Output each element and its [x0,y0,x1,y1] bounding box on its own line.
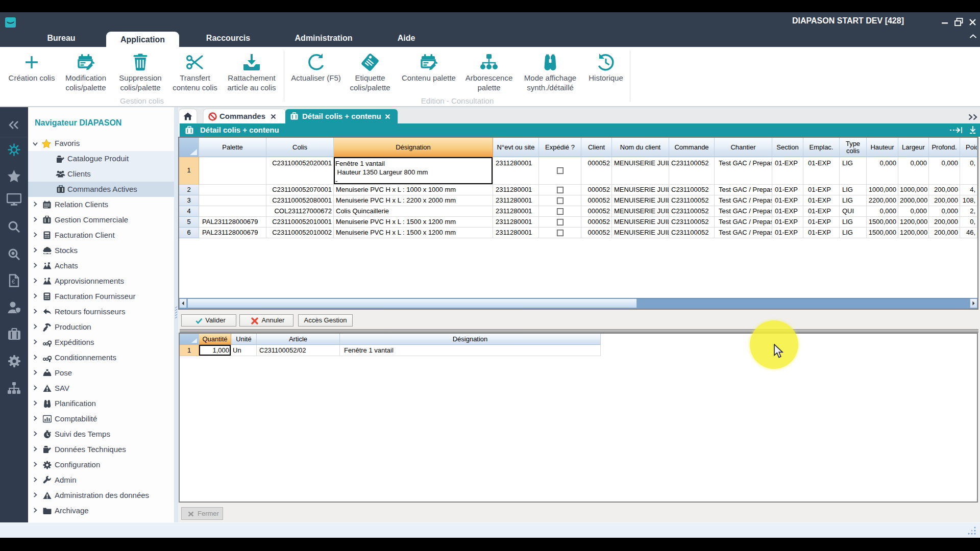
svg-text:€: € [12,279,15,285]
